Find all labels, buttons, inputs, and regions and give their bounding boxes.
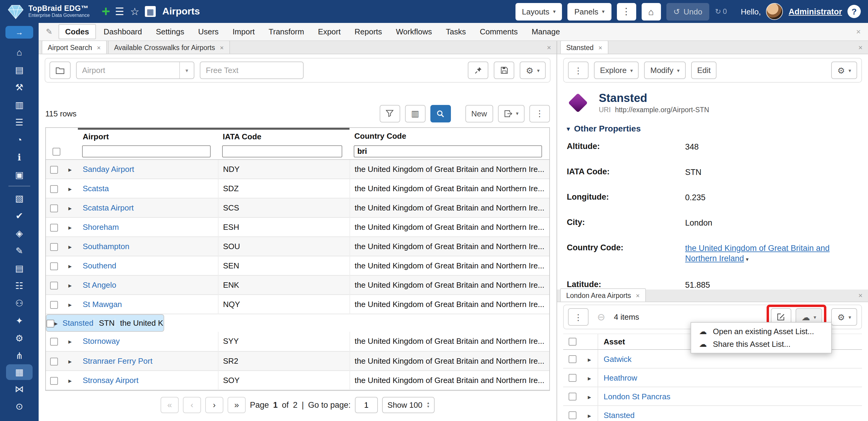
nav-tab-reports[interactable]: Reports <box>349 25 388 39</box>
sidebar-expand-button[interactable]: → <box>5 26 33 39</box>
tab-stansted[interactable]: Stansted × <box>560 41 609 54</box>
airport-link[interactable]: Stranraer Ferry Port <box>83 356 152 365</box>
sidebar-item-clipboard[interactable]: ▣ <box>6 166 33 183</box>
sidebar-item-collections[interactable]: ☷ <box>6 277 33 294</box>
airport-link[interactable]: Stornoway <box>83 337 120 346</box>
row-checkbox[interactable] <box>568 355 576 363</box>
sidebar-item-history[interactable]: ◔ <box>6 131 33 149</box>
country-code-link[interactable]: the United Kingdom of Great Britain and … <box>685 244 830 263</box>
asset-row[interactable]: ▸ Heathrow <box>563 368 862 387</box>
redo-indicator[interactable]: ↻ 0 <box>715 7 727 16</box>
table-row[interactable]: ▸ St Mawgan NQY the United Kingdom of Gr… <box>46 295 549 314</box>
table-more-button[interactable]: ⋮ <box>529 105 550 122</box>
expand-row-icon[interactable]: ▸ <box>68 282 71 289</box>
expand-row-icon[interactable]: ▸ <box>588 356 591 363</box>
table-row[interactable]: ▸ Stronsay Airport SOY the United Kingdo… <box>46 370 549 390</box>
export-button[interactable]: ▾ <box>498 105 525 122</box>
collection-grid-icon[interactable]: ▦ <box>145 6 156 17</box>
sidebar-item-hierarchy[interactable]: ⋔ <box>6 347 33 364</box>
row-checkbox[interactable] <box>50 204 58 212</box>
row-checkbox[interactable] <box>50 224 58 232</box>
home-button[interactable]: ⌂ <box>641 3 661 20</box>
table-row-selected[interactable]: ▸ Stansted STN the United Kingdom of Gre… <box>46 314 164 332</box>
nav-tab-dashboard[interactable]: Dashboard <box>97 25 148 39</box>
nav-tab-users[interactable]: Users <box>192 25 224 39</box>
table-row[interactable]: ▸ St Angelo ENK the United Kingdom of Gr… <box>46 276 549 295</box>
expand-row-icon[interactable]: ▸ <box>588 375 591 382</box>
expand-row-icon[interactable]: ▸ <box>588 393 591 400</box>
column-header-iata[interactable]: IATA Code <box>218 129 349 143</box>
last-page-button[interactable]: » <box>227 396 246 413</box>
asset-link[interactable]: Gatwick <box>603 354 631 363</box>
detail-settings-button[interactable]: ⚙ ▾ <box>831 62 857 79</box>
sidebar-item-users[interactable]: ⚇ <box>6 294 33 312</box>
row-checkbox[interactable] <box>50 243 58 251</box>
avatar[interactable] <box>766 3 783 20</box>
asset-row[interactable]: ▸ London St Pancras <box>563 387 862 406</box>
expand-row-icon[interactable]: ▸ <box>68 166 71 173</box>
sidebar-item-design[interactable]: ✎ <box>6 242 33 259</box>
nav-tab-tasks[interactable]: Tasks <box>440 25 472 39</box>
save-search-button[interactable] <box>494 62 514 79</box>
nav-tab-codes[interactable]: Codes <box>59 24 96 39</box>
close-icon[interactable]: × <box>856 27 861 36</box>
table-row[interactable]: ▸ Shoreham ESH the United Kingdom of Gre… <box>46 218 549 237</box>
sidebar-item-home[interactable]: ⌂ <box>6 43 33 61</box>
asset-settings-button[interactable]: ⚙ ▾ <box>831 308 857 326</box>
table-row[interactable]: ▸ Stranraer Ferry Port SR2 the United Ki… <box>46 351 549 370</box>
sidebar-item-ontology[interactable]: ◈ <box>6 224 33 242</box>
airport-link[interactable]: Southampton <box>83 242 129 251</box>
asset-link[interactable]: Stansted <box>603 411 635 420</box>
menu-item-open-asset-list[interactable]: ☁ Open an existing Asset List... <box>691 325 831 338</box>
sidebar-item-tasks[interactable]: ☰ <box>6 114 33 131</box>
table-row[interactable]: ▸ Southend SEN the United Kingdom of Gre… <box>46 256 549 276</box>
spinner-icons[interactable]: ▴ ▾ <box>427 401 429 408</box>
expand-row-icon[interactable]: ▸ <box>68 262 71 270</box>
sidebar-item-quality[interactable]: ✔ <box>6 207 33 224</box>
add-icon[interactable]: + <box>102 5 110 18</box>
row-checkbox[interactable] <box>568 411 576 419</box>
close-icon[interactable]: × <box>220 44 224 51</box>
search-settings-button[interactable]: ⚙ ▾ <box>520 62 546 79</box>
sidebar-item-info[interactable]: ℹ <box>6 149 33 166</box>
airport-link[interactable]: St Angelo <box>83 281 116 290</box>
tab-london-area-airports[interactable]: London Area Airports × <box>560 288 646 301</box>
asset-link[interactable]: Heathrow <box>603 373 637 382</box>
open-search-button[interactable] <box>50 62 71 79</box>
expand-row-icon[interactable]: ▸ <box>68 301 71 308</box>
row-checkbox[interactable] <box>50 377 58 385</box>
expand-row-icon[interactable]: ▸ <box>68 224 71 231</box>
expand-row-icon[interactable]: ▸ <box>54 320 58 327</box>
airport-link[interactable]: Stronsay Airport <box>83 376 138 385</box>
row-checkbox[interactable] <box>50 338 58 346</box>
goto-page-input[interactable] <box>355 396 378 413</box>
menu-item-share-asset-list[interactable]: ☁ Share this Asset List... <box>691 338 831 350</box>
row-checkbox[interactable] <box>46 320 54 327</box>
close-panel-icon[interactable]: × <box>547 43 551 52</box>
first-page-button[interactable]: « <box>161 396 179 413</box>
airport-filter-input[interactable] <box>82 145 211 157</box>
row-checkbox[interactable] <box>50 301 58 309</box>
close-icon[interactable]: × <box>636 292 640 299</box>
nav-tab-export[interactable]: Export <box>312 25 347 39</box>
nav-tab-comments[interactable]: Comments <box>474 25 524 39</box>
layouts-button[interactable]: Layouts ▾ <box>515 3 562 20</box>
other-properties-section[interactable]: ▾ Other Properties <box>557 116 868 134</box>
new-button[interactable]: New <box>465 105 493 122</box>
edit-button[interactable]: Edit <box>691 62 717 79</box>
table-row[interactable]: ▸ Scatsta Airport SCS the United Kingdom… <box>46 198 549 218</box>
close-icon[interactable]: × <box>97 44 101 51</box>
prev-page-button[interactable]: ‹ <box>183 396 201 413</box>
modify-button[interactable]: Modify ▾ <box>644 62 686 79</box>
expand-row-icon[interactable]: ▸ <box>68 377 71 384</box>
nav-tab-manage[interactable]: Manage <box>525 25 566 39</box>
sidebar-item-tools[interactable]: ⚒ <box>6 78 33 96</box>
asset-more-button[interactable]: ⋮ <box>568 308 589 326</box>
expand-row-icon[interactable]: ▸ <box>68 204 71 212</box>
more-options-button[interactable]: ⋮ <box>617 3 636 20</box>
menu-icon[interactable]: ☰ <box>115 5 124 18</box>
close-panel-icon[interactable]: × <box>858 43 863 52</box>
next-page-button[interactable]: › <box>205 396 223 413</box>
close-icon[interactable]: × <box>598 44 602 51</box>
search-type-select[interactable]: Airport ▾ <box>76 62 194 79</box>
